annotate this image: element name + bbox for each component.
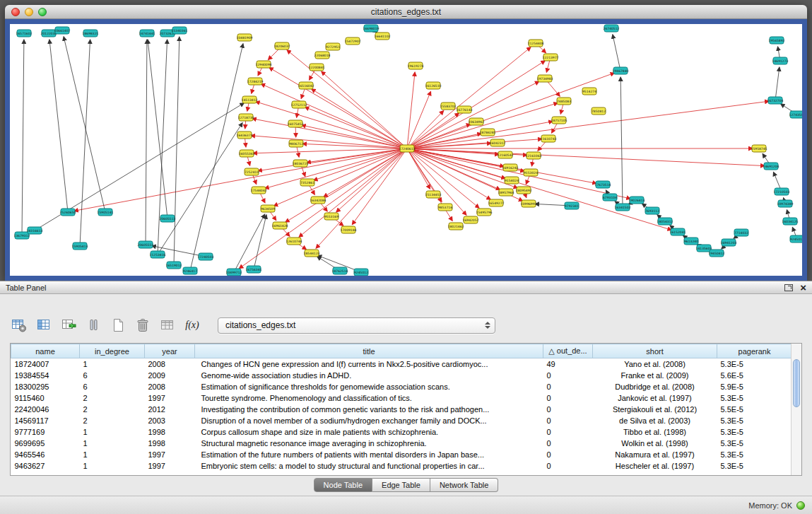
import-table-button[interactable]	[157, 315, 178, 336]
table-row[interactable]: 2242004622012Investigating the contribut…	[11, 404, 792, 415]
graph-edge-black[interactable]	[620, 77, 623, 207]
graph-node[interactable]: 16571602	[16, 30, 33, 37]
graph-node[interactable]: 15340361	[172, 27, 188, 34]
graph-edge-red[interactable]	[256, 102, 407, 148]
graph-node[interactable]: 12743502	[789, 111, 802, 118]
graph-node[interactable]: 16916242	[502, 164, 519, 171]
graph-node[interactable]: 19619274	[408, 62, 424, 69]
graph-node[interactable]: 14691273	[772, 57, 789, 64]
column-header[interactable]: year	[145, 344, 195, 358]
graph-edge-red[interactable]	[312, 89, 407, 148]
graph-node[interactable]: 9806712	[289, 140, 303, 147]
graph-node[interactable]: 9792341	[565, 202, 579, 209]
graph-node[interactable]: 20605551	[138, 241, 154, 248]
graph-node[interactable]: 18757105	[551, 117, 567, 124]
graph-node[interactable]: 16516042	[298, 82, 314, 89]
graph-node[interactable]: 15905141	[98, 209, 114, 216]
graph-node[interactable]: 12161063	[526, 152, 542, 159]
graph-edge-red[interactable]	[407, 148, 671, 230]
graph-edge-black[interactable]	[64, 37, 105, 212]
graph-node[interactable]: 9245017	[790, 235, 802, 243]
tab-network-table[interactable]: Network Table	[430, 478, 499, 492]
graph-edge-red[interactable]	[305, 107, 407, 148]
graph-node[interactable]: 15472907	[345, 37, 361, 45]
graph-node[interactable]: 12752112	[291, 101, 307, 108]
graph-node[interactable]: 7352861	[300, 179, 314, 186]
graph-node[interactable]: 18021462	[448, 223, 464, 230]
graph-node[interactable]: 14741441	[139, 30, 155, 37]
graph-node[interactable]: 16756341	[246, 266, 262, 273]
new-file-button[interactable]	[107, 315, 129, 336]
graph-node[interactable]: 22068018	[314, 52, 331, 59]
graph-node[interactable]: 11253416	[150, 251, 166, 258]
graph-edge-black[interactable]	[190, 44, 243, 271]
window-titlebar[interactable]: citations_edges.txt	[5, 5, 807, 19]
graph-edge-red[interactable]	[261, 84, 407, 148]
graph-node[interactable]: 16055361	[239, 150, 255, 157]
graph-edge-red[interactable]	[74, 148, 407, 211]
graph-node[interactable]: 10996993	[521, 200, 537, 207]
graph-edge-black[interactable]	[158, 123, 242, 255]
graph-edge-red[interactable]	[252, 119, 407, 148]
graph-node[interactable]: 18544123	[304, 250, 320, 257]
row-functions-button[interactable]	[83, 315, 104, 336]
graph-node[interactable]: 9853716	[438, 204, 452, 211]
graph-node[interactable]: 18762514	[332, 267, 348, 274]
table-row[interactable]: 1938455462009Genome-wide association stu…	[11, 370, 792, 381]
close-panel-icon[interactable]: ×	[800, 283, 806, 293]
graph-node[interactable]: 7485083	[557, 98, 571, 105]
graph-node[interactable]: 25260650	[60, 209, 76, 216]
graph-node[interactable]: 15905413	[72, 243, 88, 250]
graph-node[interactable]: 9245012	[354, 269, 368, 276]
graph-edge-red[interactable]	[407, 72, 415, 148]
graph-node[interactable]: 16034125	[782, 218, 799, 225]
graph-edge-red[interactable]	[302, 144, 407, 148]
graph-node[interactable]: 9272951	[326, 43, 340, 50]
graph-edge-black[interactable]	[174, 37, 180, 265]
graph-node[interactable]: 16042317	[490, 139, 506, 146]
graph-node[interactable]: 7252410	[245, 168, 259, 175]
graph-node[interactable]: 26740512	[604, 25, 620, 32]
graph-node[interactable]: 12213977	[543, 54, 559, 61]
graph-node[interactable]: 11610743	[541, 135, 557, 142]
minimize-window-button[interactable]	[25, 8, 33, 16]
graph-node[interactable]: 12610744	[286, 238, 302, 245]
column-header[interactable]: in_degree	[80, 344, 145, 358]
graph-node[interactable]: 16942057	[463, 216, 479, 223]
graph-svg[interactable]: 1820603712940098172842191451341212718730…	[10, 24, 802, 276]
graph-edge-black[interactable]	[234, 214, 265, 272]
graph-node[interactable]: 19565892	[769, 37, 785, 44]
column-header[interactable]: short	[593, 344, 717, 358]
graph-node[interactable]: 16126510	[425, 82, 442, 89]
show-columns-button[interactable]	[33, 315, 54, 336]
graph-node[interactable]: 17210503	[774, 188, 790, 195]
graph-node[interactable]: 7693112	[645, 207, 659, 214]
graph-node[interactable]: 20605513	[160, 215, 176, 222]
graph-node[interactable]: 16075452	[288, 120, 304, 127]
graph-node[interactable]: 15495796	[476, 209, 493, 216]
scrollbar-thumb[interactable]	[793, 359, 800, 407]
graph-node[interactable]: 12200841	[309, 64, 325, 71]
graph-node[interactable]: 16436371	[237, 132, 253, 139]
graph-node[interactable]: 18054312	[657, 218, 673, 225]
graph-node[interactable]: 7850812	[592, 107, 606, 115]
graph-edge-red[interactable]	[265, 148, 407, 189]
graph-node[interactable]: 19467840	[613, 67, 629, 74]
graph-node[interactable]: 16342084	[310, 197, 326, 204]
graph-node[interactable]: 17284219	[247, 78, 264, 85]
graph-node[interactable]: 9553169	[324, 213, 339, 220]
graph-node[interactable]: 18784281	[480, 129, 496, 136]
graph-node[interactable]: 9154024	[505, 177, 519, 184]
graph-edge-red[interactable]	[273, 148, 407, 206]
graph-node[interactable]: 17240613	[399, 145, 416, 152]
graph-node[interactable]: 9613240	[684, 238, 698, 245]
graph-node[interactable]: 9153024	[524, 169, 538, 176]
graph-node[interactable]: 12160542	[498, 151, 514, 158]
graph-edge-red[interactable]	[251, 136, 407, 148]
graph-edge-red[interactable]	[407, 47, 531, 148]
graph-node[interactable]: 16641102	[375, 33, 391, 40]
graph-node[interactable]: 15958745	[751, 145, 767, 152]
graph-edge-red[interactable]	[302, 125, 407, 148]
delete-table-button[interactable]	[132, 315, 153, 336]
column-header[interactable]: title	[195, 344, 543, 358]
